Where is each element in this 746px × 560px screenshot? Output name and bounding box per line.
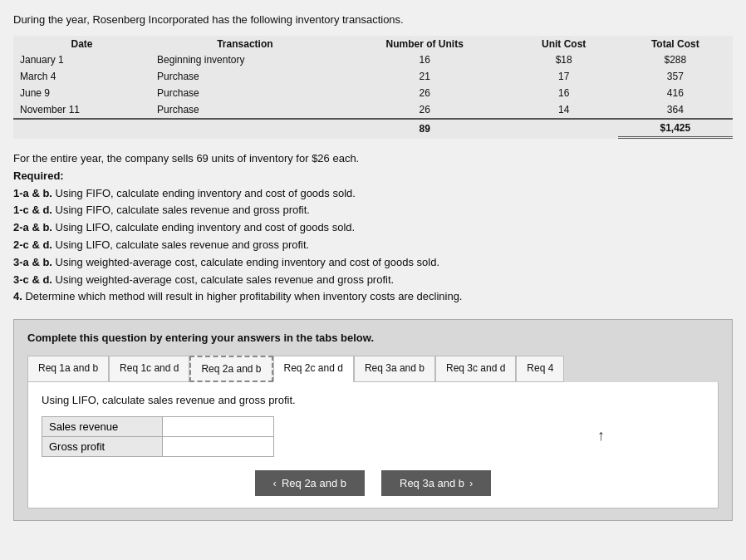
nav-buttons: ‹ Req 2a and b Req 3a and b › [42, 470, 704, 496]
total-cost: $1,425 [618, 119, 733, 138]
req-item-1: 1-a & b. Using FIFO, calculate ending in… [13, 185, 733, 203]
tab-req4[interactable]: Req 4 [516, 356, 564, 382]
gross-profit-label: Gross profit [42, 437, 163, 457]
row-transaction-2: Purchase [150, 68, 340, 85]
tab-req1ab[interactable]: Req 1a and b [27, 356, 109, 382]
row-units-1: 16 [340, 52, 510, 68]
table-total-row: 89 $1,425 [13, 119, 733, 138]
tab-content-wrapper: Using LIFO, calculate sales revenue and … [42, 394, 704, 457]
prev-button[interactable]: ‹ Req 2a and b [255, 470, 365, 496]
total-units: 89 [340, 119, 510, 138]
input-row-gross-profit: Gross profit [42, 437, 274, 457]
tab-req3cd[interactable]: Req 3c and d [435, 356, 516, 382]
input-row-sales-revenue: Sales revenue [42, 417, 274, 437]
table-row: January 1 Beginning inventory 16 $18 $28… [13, 52, 733, 68]
tab-req2cd[interactable]: Req 2c and d [273, 356, 354, 382]
row-unitcost-1: $18 [510, 52, 618, 68]
req-item-5: 3-a & b. Using weighted-average cost, ca… [13, 254, 733, 272]
col-header-num-units: Number of Units [340, 36, 510, 52]
row-transaction-1: Beginning inventory [150, 52, 340, 68]
tab-req2ab[interactable]: Req 2a and b [189, 356, 272, 382]
row-totalcost-1: $288 [618, 52, 733, 68]
row-transaction-4: Purchase [150, 101, 340, 119]
question-box: Complete this question by entering your … [13, 319, 733, 521]
tab-req3ab[interactable]: Req 3a and b [354, 356, 435, 382]
row-totalcost-3: 416 [618, 85, 733, 101]
required-section: For the entire year, the company sells 6… [13, 150, 733, 306]
row-date-4: November 11 [13, 101, 150, 119]
required-label: Required: [13, 169, 64, 182]
next-chevron-icon: › [469, 477, 473, 489]
row-transaction-3: Purchase [150, 85, 340, 101]
req-item-7: 4. Determine which method will result in… [13, 288, 733, 306]
row-units-4: 26 [340, 101, 510, 119]
req-item-4: 2-c & d. Using LIFO, calculate sales rev… [13, 237, 733, 254]
row-unitcost-2: 17 [510, 68, 618, 85]
row-unitcost-3: 16 [510, 85, 618, 101]
prev-chevron-icon: ‹ [273, 477, 277, 489]
row-date-3: June 9 [13, 85, 150, 101]
prev-button-label: Req 2a and b [282, 477, 346, 489]
req-item-6: 3-c & d. Using weighted-average cost, ca… [13, 272, 733, 289]
row-date-2: March 4 [13, 68, 150, 85]
row-unitcost-4: 14 [510, 101, 618, 119]
req-item-3: 2-a & b. Using LIFO, calculate ending in… [13, 219, 733, 237]
total-label-transaction [150, 119, 340, 138]
sales-note: For the entire year, the company sells 6… [13, 150, 733, 168]
total-label-date [13, 119, 150, 138]
col-header-total-cost: Total Cost [618, 36, 733, 52]
row-date-1: January 1 [13, 52, 150, 68]
intro-text: During the year, Rosenberg Incorporated … [13, 13, 733, 26]
sales-revenue-input[interactable] [169, 420, 267, 433]
sales-revenue-label: Sales revenue [42, 417, 163, 437]
tabs-row: Req 1a and b Req 1c and d Req 2a and b R… [27, 356, 719, 382]
gross-profit-input[interactable] [169, 440, 267, 453]
inventory-table: Date Transaction Number of Units Unit Co… [13, 36, 733, 139]
total-unit-cost-empty [510, 119, 618, 138]
next-button-label: Req 3a and b [400, 477, 464, 489]
question-title: Complete this question by entering your … [27, 332, 719, 344]
gross-profit-cell[interactable] [163, 437, 274, 457]
row-units-2: 21 [340, 68, 510, 85]
input-fields-table: Sales revenue Gross profit [42, 416, 274, 457]
row-totalcost-2: 357 [618, 68, 733, 85]
row-totalcost-4: 364 [618, 101, 733, 119]
col-header-date: Date [13, 36, 150, 52]
row-units-3: 26 [340, 85, 510, 101]
table-row: November 11 Purchase 26 14 364 [13, 101, 733, 119]
col-header-transaction: Transaction [150, 36, 340, 52]
req-item-2: 1-c & d. Using FIFO, calculate sales rev… [13, 202, 733, 219]
table-row: March 4 Purchase 21 17 357 [13, 68, 733, 85]
cursor-icon: ↑ [597, 427, 605, 445]
tab-content-area: Using LIFO, calculate sales revenue and … [27, 382, 719, 508]
sales-revenue-cell[interactable] [163, 417, 274, 437]
table-row: June 9 Purchase 26 16 416 [13, 85, 733, 101]
next-button[interactable]: Req 3a and b › [381, 470, 491, 496]
col-header-unit-cost: Unit Cost [510, 36, 618, 52]
tab-req1cd[interactable]: Req 1c and d [109, 356, 189, 382]
tab-content-description: Using LIFO, calculate sales revenue and … [42, 394, 704, 406]
